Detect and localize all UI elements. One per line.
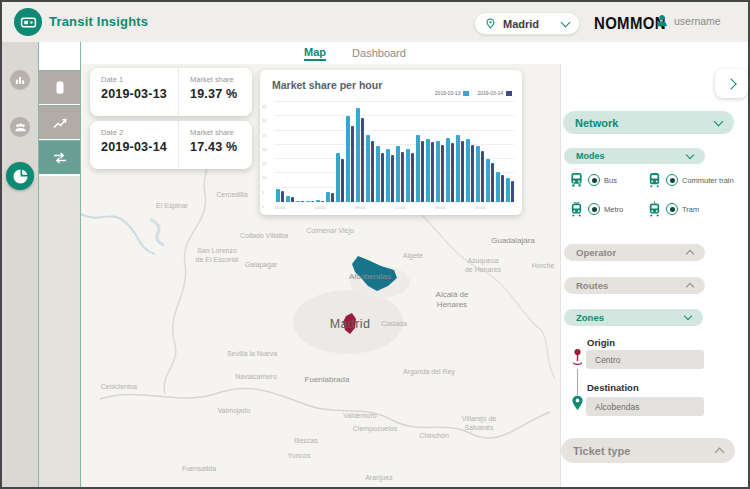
bar-group [296,102,304,202]
bar-2019-03-14 [301,201,305,202]
bar-2019-03-13 [406,149,410,202]
bar-group [486,102,494,202]
origin-input[interactable]: Centro [586,350,704,369]
section-routes[interactable]: Routes [564,277,705,294]
bar-group [346,102,354,202]
mode-item-commuter-train: Commuter train [647,172,745,188]
bar-2019-03-14 [351,126,355,202]
date1-value: 2019-03-13 [101,87,178,101]
section-ticket-type[interactable]: Ticket type [561,438,735,463]
chevron-down-icon [684,312,692,320]
share1-value: 19.37 % [190,87,237,101]
outer-sidebar [2,42,39,487]
tab-dashboard[interactable]: Dashboard [352,47,406,60]
mode-label-commuter-train: Commuter train [682,176,734,185]
section-network[interactable]: Network [563,111,734,134]
section-zones[interactable]: Zones [564,309,703,326]
bar-2019-03-13 [396,146,400,202]
bar-group: 20:00 [476,102,484,202]
trend-tool-button[interactable] [39,105,80,139]
bar-2019-03-13 [466,139,470,202]
y-tick-label: 15 [262,161,266,166]
bar-2019-03-13 [506,178,510,202]
bar-group: 12:00 [396,102,404,202]
mode-radio-commuter-train[interactable] [666,174,678,186]
mode-radio-bus[interactable] [588,174,600,186]
bar-2019-03-14 [341,159,345,202]
bar-group: 00:00 [276,102,284,202]
bar-2019-03-13 [496,172,500,202]
x-tick-label: 20:00 [475,205,485,210]
bar-2019-03-13 [306,201,310,202]
chevron-down-icon [714,116,724,126]
share2-value: 17.43 % [190,140,237,154]
ticket-type-label: Ticket type [573,445,630,457]
destination-input[interactable]: Alcobendas [586,397,704,416]
location-pin-icon [485,17,496,30]
pie-chart-nav-icon[interactable] [6,162,34,190]
bus-icon [569,172,584,188]
bar-2019-03-13 [326,192,330,202]
destination-label: Destination [587,382,639,393]
compare-tool-button[interactable] [39,140,80,174]
chart-legend: 2019-03-13 2019-03-14 [435,90,512,96]
inner-sidebar-track [39,176,80,487]
card-tool-button[interactable] [39,70,80,104]
tram-icon [647,201,662,217]
bar-2019-03-14 [481,151,485,202]
mode-label-metro: Metro [604,205,623,214]
share2-label: Market share [190,128,237,137]
bar-2019-03-13 [346,116,350,202]
panel-collapse-button[interactable] [715,69,748,98]
share1-label: Market share [190,75,237,84]
mode-item-metro: Metro [569,201,647,217]
destination-pin-icon [570,394,585,412]
bar-group [416,102,424,202]
section-operator[interactable]: Operator [564,244,705,261]
bar-2019-03-13 [366,135,370,202]
x-tick-label: 00:00 [275,205,285,210]
bar-2019-03-14 [461,141,465,202]
city-selector[interactable]: Madrid [474,12,580,35]
date-card-2[interactable]: Date 2 2019-03-14 Market share 17.43 % [90,121,252,169]
date2-label: Date 2 [101,128,178,137]
app-window: Transit Insights Madrid NOMMON username [0,0,750,489]
inner-sidebar [39,42,81,487]
bar-2019-03-14 [451,143,455,202]
date1-label: Date 1 [101,75,178,84]
people-nav-icon[interactable] [10,117,30,137]
header: Transit Insights Madrid NOMMON username [2,2,748,42]
mode-radio-metro[interactable] [588,203,600,215]
network-label: Network [575,117,618,129]
y-tick-label: 35 [262,104,266,109]
legend-swatch-2 [506,91,512,96]
mode-label-bus: Bus [604,176,617,185]
mode-radio-tram[interactable] [666,203,678,215]
bar-2019-03-13 [336,153,340,202]
bar-2019-03-13 [276,189,280,202]
mode-item-bus: Bus [569,172,647,188]
bar-group [386,102,394,202]
bar-2019-03-14 [471,145,475,202]
x-tick-label: 08:00 [355,205,365,210]
tab-bar: Map Dashboard [80,42,750,64]
bar-group [466,102,474,202]
user-menu[interactable]: username [655,13,721,28]
bar-group [306,102,314,202]
bar-group [426,102,434,202]
user-icon [655,13,669,28]
bar-chart-nav-icon[interactable] [10,70,30,90]
bar-2019-03-14 [491,163,495,202]
bar-2019-03-14 [291,197,295,202]
bar-group: 04:00 [316,102,324,202]
chart-card: Market share per hour 2019-03-13 2019-03… [260,70,522,215]
bar-series: 00:0004:0008:0012:0016:0020:00 [276,102,514,202]
od-connector-line [577,369,578,395]
section-modes[interactable]: Modes [564,148,705,164]
username-label: username [674,15,721,27]
bar-2019-03-14 [411,153,415,202]
origin-pin-icon [570,348,585,366]
tab-map[interactable]: Map [304,46,326,61]
bar-group [366,102,374,202]
date-card-1[interactable]: Date 1 2019-03-13 Market share 19.37 % [90,68,252,116]
